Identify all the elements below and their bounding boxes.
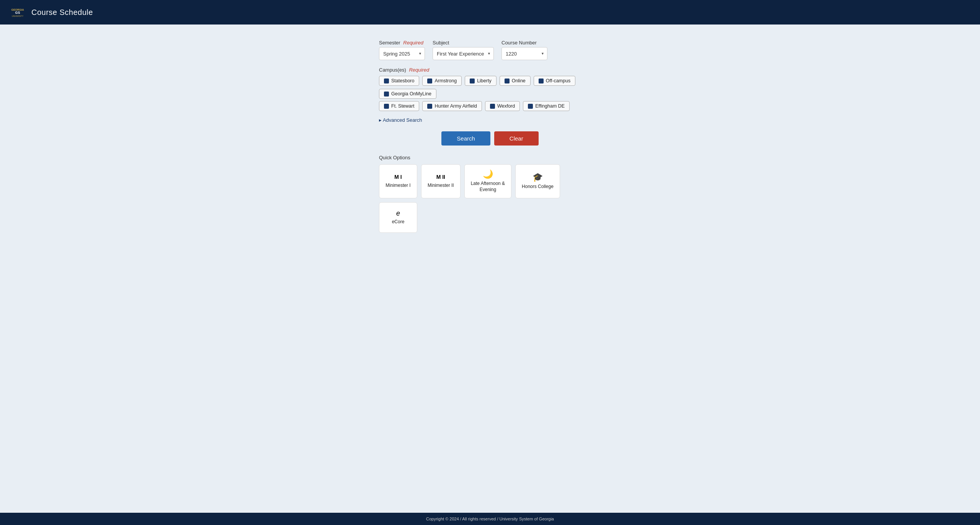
semester-required: Required bbox=[403, 40, 423, 46]
campus-hunter-army-airfield[interactable]: Hunter Army Airfield bbox=[422, 101, 482, 111]
campus-georgia-onmyline[interactable]: Georgia OnMyLine bbox=[379, 89, 436, 99]
ecore-icon: e bbox=[396, 210, 400, 217]
subject-field-group: Subject First Year Experience bbox=[433, 40, 494, 60]
course-number-label: Course Number bbox=[501, 40, 547, 46]
semester-select[interactable]: Spring 2025 Fall 2025 Summer 2025 bbox=[379, 47, 425, 60]
graduation-cap-icon: 🎓 bbox=[532, 173, 543, 182]
action-buttons: Search Clear bbox=[379, 131, 601, 146]
campus-row-2: Ft. Stewart Hunter Army Airfield Wexford… bbox=[379, 101, 601, 111]
subject-label: Subject bbox=[433, 40, 494, 46]
quick-option-honors-college[interactable]: 🎓 Honors College bbox=[515, 164, 560, 198]
footer-text: Copyright © 2024 / All rights reserved /… bbox=[426, 517, 554, 521]
course-number-select[interactable]: 1220 bbox=[501, 47, 547, 60]
svg-text:GS: GS bbox=[15, 11, 20, 15]
honors-college-label: Honors College bbox=[522, 184, 554, 190]
campus-armstrong[interactable]: Armstrong bbox=[422, 76, 462, 86]
svg-text:UNIVERSITY: UNIVERSITY bbox=[12, 15, 24, 17]
campus-wexford[interactable]: Wexford bbox=[485, 101, 520, 111]
quick-options-label: Quick Options bbox=[379, 155, 601, 160]
minimester-ii-icon: M II bbox=[436, 174, 445, 180]
course-number-field-group: Course Number 1220 bbox=[501, 40, 547, 60]
campus-statesboro[interactable]: Statesboro bbox=[379, 76, 419, 86]
quick-option-late-afternoon-evening[interactable]: 🌙 Late Afternoon &Evening bbox=[464, 164, 511, 198]
campus-checkbox-statesboro bbox=[384, 79, 389, 83]
advanced-search-link[interactable]: ▸ Advanced Search bbox=[379, 117, 422, 123]
quick-options-grid: M I Minimester I M II Minimester II 🌙 La… bbox=[379, 164, 601, 233]
campus-checkbox-armstrong bbox=[427, 79, 432, 83]
campus-checkbox-georgia-onmyline bbox=[384, 92, 389, 96]
semester-select-wrapper[interactable]: Spring 2025 Fall 2025 Summer 2025 bbox=[379, 47, 425, 60]
campus-checkbox-wexford bbox=[490, 104, 495, 109]
clear-button[interactable]: Clear bbox=[494, 131, 539, 146]
campus-row-1: Statesboro Armstrong Liberty Online Off-… bbox=[379, 76, 601, 99]
late-afternoon-evening-label: Late Afternoon &Evening bbox=[471, 181, 505, 193]
campuses-required: Required bbox=[409, 67, 429, 73]
quick-option-ecore[interactable]: e eCore bbox=[379, 202, 417, 233]
quick-option-minimester-ii[interactable]: M II Minimester II bbox=[421, 164, 461, 198]
quick-options-section: Quick Options M I Minimester I M II Mini… bbox=[379, 155, 601, 233]
fields-row: Semester Required Spring 2025 Fall 2025 … bbox=[379, 40, 601, 60]
app-header: GEORGIA GS UNIVERSITY Course Schedule bbox=[0, 0, 980, 25]
campus-checkbox-liberty bbox=[470, 79, 475, 83]
campus-checkbox-effingham-de bbox=[528, 104, 533, 109]
campus-liberty[interactable]: Liberty bbox=[465, 76, 497, 86]
campus-checkbox-online bbox=[505, 79, 510, 83]
minimester-i-icon: M I bbox=[394, 174, 402, 180]
university-logo: GEORGIA GS UNIVERSITY bbox=[9, 4, 26, 21]
search-button[interactable]: Search bbox=[441, 131, 490, 146]
campus-checkbox-ft-stewart bbox=[384, 104, 389, 109]
campuses-label: Campus(es) Required bbox=[379, 67, 601, 73]
minimester-ii-label: Minimester II bbox=[428, 183, 454, 189]
semester-label: Semester Required bbox=[379, 40, 425, 46]
campus-section: Campus(es) Required Statesboro Armstrong… bbox=[379, 67, 601, 111]
logo-container: GEORGIA GS UNIVERSITY bbox=[9, 4, 26, 21]
app-title: Course Schedule bbox=[31, 8, 93, 17]
campus-ft-stewart[interactable]: Ft. Stewart bbox=[379, 101, 419, 111]
ecore-label: eCore bbox=[392, 219, 405, 225]
page-footer: Copyright © 2024 / All rights reserved /… bbox=[0, 513, 980, 525]
semester-field-group: Semester Required Spring 2025 Fall 2025 … bbox=[379, 40, 425, 60]
quick-option-minimester-i[interactable]: M I Minimester I bbox=[379, 164, 417, 198]
campus-off-campus[interactable]: Off-campus bbox=[534, 76, 575, 86]
campus-checkbox-off-campus bbox=[539, 79, 544, 83]
course-number-select-wrapper[interactable]: 1220 bbox=[501, 47, 547, 60]
campus-effingham-de[interactable]: Effingham DE bbox=[523, 101, 570, 111]
search-form: Semester Required Spring 2025 Fall 2025 … bbox=[379, 40, 601, 233]
main-content: Semester Required Spring 2025 Fall 2025 … bbox=[0, 25, 980, 513]
campus-online[interactable]: Online bbox=[500, 76, 531, 86]
minimester-i-label: Minimester I bbox=[385, 183, 410, 189]
campus-checkbox-hunter-army-airfield bbox=[427, 104, 432, 109]
subject-select[interactable]: First Year Experience bbox=[433, 47, 494, 60]
moon-icon: 🌙 bbox=[483, 170, 493, 178]
subject-select-wrapper[interactable]: First Year Experience bbox=[433, 47, 494, 60]
